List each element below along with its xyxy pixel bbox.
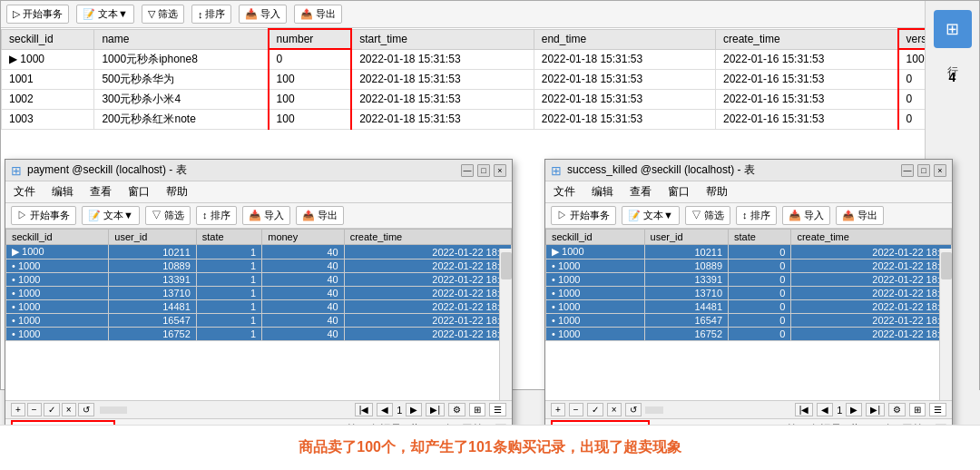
sk-scrollbar[interactable]: [939, 249, 952, 400]
sk-add-btn[interactable]: +: [551, 403, 565, 416]
sk-remove-btn[interactable]: −: [569, 403, 583, 416]
sk-start-btn[interactable]: ▷ 开始事务: [551, 206, 616, 225]
menu-file[interactable]: 文件: [11, 183, 38, 201]
main-cell-create_time: 2022-01-16 15:31:53: [716, 89, 898, 109]
sk-cross-btn[interactable]: ×: [607, 403, 622, 416]
sk-row[interactable]: • 10001675202022-01-22 18:5: [546, 328, 952, 341]
import-icon: 📥: [245, 8, 258, 20]
sk-nav-prev[interactable]: ◀: [817, 403, 833, 416]
payment-window-controls: — □ ×: [461, 164, 506, 177]
minimize-btn[interactable]: —: [461, 164, 474, 177]
payment-page-num: 1: [397, 405, 402, 416]
payment-cell-money: 40: [262, 287, 344, 300]
sk-check-btn[interactable]: ✓: [587, 403, 603, 416]
payment-cross-btn[interactable]: ×: [62, 403, 76, 416]
sk-cell-create_time: 2022-01-22 18:5: [791, 259, 952, 273]
export-btn[interactable]: 📤 导出: [294, 5, 342, 24]
sk-export-btn[interactable]: 📤 导出: [836, 206, 884, 225]
payment-row[interactable]: • 1000137101402022-01-22 18:5: [6, 287, 512, 300]
sk-view-grid[interactable]: ⊞: [909, 403, 926, 416]
payment-remove-btn[interactable]: −: [27, 403, 42, 416]
payment-menubar: 文件 编辑 查看 窗口 帮助: [5, 181, 512, 203]
sk-cell-user_id: 10211: [644, 245, 728, 259]
success-killed-titlebar: ⊞ success_killed @seckill (localhost) - …: [545, 160, 952, 181]
menu-view[interactable]: 查看: [87, 183, 114, 201]
payment-export-btn[interactable]: 📤 导出: [296, 206, 344, 225]
payment-filter-btn[interactable]: ▽ 筛选: [145, 206, 191, 225]
sk-filter-btn[interactable]: ▽ 筛选: [685, 206, 730, 225]
sk-row[interactable]: • 10001448102022-01-22 18:5: [546, 300, 952, 314]
sk-nav-last[interactable]: ▶|: [866, 403, 885, 416]
payment-view-list[interactable]: ☰: [489, 403, 506, 416]
payment-cell-seckill_id: • 1000: [6, 328, 109, 341]
sk-import-btn[interactable]: 📥 导入: [782, 206, 830, 225]
sk-row[interactable]: • 10001088902022-01-22 18:5: [546, 259, 952, 273]
menu-window[interactable]: 窗口: [125, 183, 152, 201]
payment-sort-btn[interactable]: ↕ 排序: [196, 206, 237, 225]
payment-cell-user_id: 16547: [109, 314, 196, 328]
main-cell-start_time: 2022-01-18 15:31:53: [351, 49, 534, 69]
payment-check-btn[interactable]: ✓: [44, 403, 60, 416]
payment-import-btn[interactable]: 📥 导入: [242, 206, 290, 225]
sort-btn[interactable]: ↕ 排序: [191, 5, 232, 24]
payment-window-title: payment @seckill (localhost) - 表: [27, 162, 187, 178]
main-cell-name: 500元秒杀华为: [94, 69, 269, 89]
payment-scrollbar[interactable]: [499, 249, 512, 400]
table-row[interactable]: 1003200元秒杀红米note1002022-01-18 15:31:5320…: [2, 109, 979, 129]
payment-row[interactable]: ▶ 1000102111402022-01-22 18:5: [6, 245, 512, 259]
payment-refresh-btn[interactable]: ↺: [78, 403, 94, 416]
maximize-btn[interactable]: □: [477, 164, 490, 177]
sk-col-seckill-id: seckill_id: [546, 230, 645, 245]
sk-cell-seckill_id: • 1000: [546, 300, 645, 314]
sk-row[interactable]: • 10001371002022-01-22 18:5: [546, 287, 952, 300]
main-cell-end_time: 2022-01-18 15:31:53: [534, 69, 715, 89]
sk-text-btn[interactable]: 📝 文本▼: [622, 206, 680, 225]
payment-nav-first[interactable]: |◀: [355, 403, 374, 416]
payment-text-btn[interactable]: 📝 文本▼: [82, 206, 140, 225]
sk-nav-first[interactable]: |◀: [795, 403, 814, 416]
menu-help[interactable]: 帮助: [163, 183, 191, 201]
sk-sort-btn[interactable]: ↕ 排序: [736, 206, 777, 225]
sk-minimize-btn[interactable]: —: [901, 164, 914, 177]
payment-row[interactable]: • 1000108891402022-01-22 18:5: [6, 259, 512, 273]
sk-close-btn[interactable]: ×: [934, 164, 946, 177]
close-btn[interactable]: ×: [494, 164, 506, 177]
sk-menu-file[interactable]: 文件: [551, 183, 578, 201]
filter-btn[interactable]: ▽ 筛选: [142, 5, 184, 24]
sk-row[interactable]: • 10001339102022-01-22 18:5: [546, 273, 952, 287]
sk-menu-window[interactable]: 窗口: [665, 183, 692, 201]
sk-refresh-btn[interactable]: ↺: [625, 403, 642, 416]
table-row[interactable]: 1002300元秒杀小米41002022-01-18 15:31:532022-…: [2, 89, 979, 109]
sk-col-state: state: [729, 230, 791, 245]
sk-maximize-btn[interactable]: □: [917, 164, 930, 177]
payment-view-grid[interactable]: ⊞: [469, 403, 485, 416]
payment-start-btn[interactable]: ▷ 开始事务: [11, 206, 76, 225]
payment-table: seckill_id user_id state money create_ti…: [5, 229, 512, 341]
sk-menu-view[interactable]: 查看: [627, 183, 654, 201]
payment-row[interactable]: • 1000165471402022-01-22 18:5: [6, 314, 512, 328]
payment-nav-next[interactable]: ▶: [406, 403, 422, 416]
table-row[interactable]: 1001500元秒杀华为1002022-01-18 15:31:532022-0…: [2, 69, 979, 89]
sk-menu-help[interactable]: 帮助: [703, 183, 730, 201]
sk-nav-next[interactable]: ▶: [846, 403, 862, 416]
text-btn[interactable]: 📝 文本▼: [76, 5, 134, 24]
sk-view-list[interactable]: ☰: [929, 403, 946, 416]
payment-cell-money: 40: [262, 273, 344, 287]
payment-row[interactable]: • 1000133911402022-01-22 18:5: [6, 273, 512, 287]
payment-row[interactable]: • 1000144811402022-01-22 18:5: [6, 300, 512, 314]
payment-row[interactable]: • 1000167521402022-01-22 18:5: [6, 328, 512, 341]
menu-edit[interactable]: 编辑: [49, 183, 76, 201]
payment-nav-prev[interactable]: ◀: [377, 403, 393, 416]
import-btn[interactable]: 📥 导入: [239, 5, 287, 24]
sk-row[interactable]: • 10001654702022-01-22 18:5: [546, 314, 952, 328]
sk-cell-state: 0: [729, 314, 791, 328]
payment-nav-settings[interactable]: ⚙: [448, 403, 466, 416]
table-row[interactable]: ▶ 10001000元秒杀iphone802022-01-18 15:31:53…: [2, 49, 979, 69]
payment-window: ⊞ payment @seckill (localhost) - 表 — □ ×…: [5, 159, 513, 440]
sk-row[interactable]: ▶ 10001021102022-01-22 18:5: [546, 245, 952, 259]
start-transaction-btn[interactable]: ▷ 开始事务: [6, 5, 69, 24]
payment-add-btn[interactable]: +: [11, 403, 25, 416]
payment-nav-last[interactable]: ▶|: [426, 403, 445, 416]
sk-menu-edit[interactable]: 编辑: [589, 183, 616, 201]
sk-nav-settings[interactable]: ⚙: [888, 403, 906, 416]
